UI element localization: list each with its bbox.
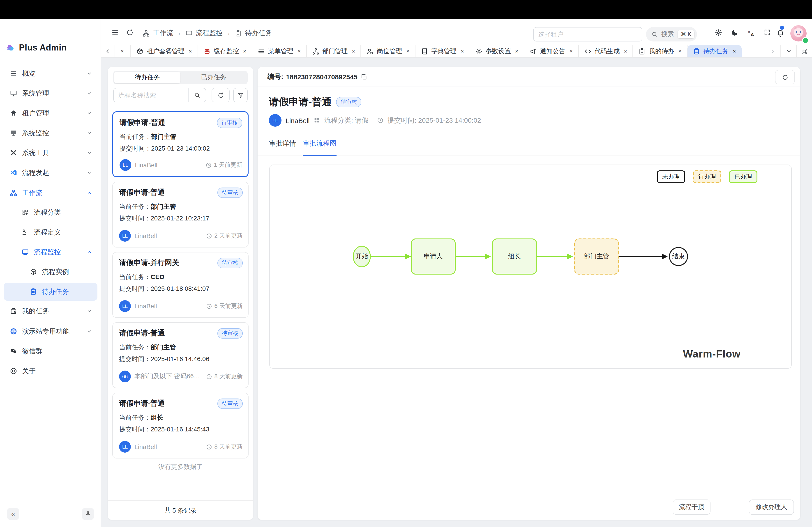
task-card[interactable]: 请假申请-普通 待审核 当前任务：部门主管 提交时间：2025-01-22 10…: [112, 182, 249, 247]
monitor-icon: [21, 249, 29, 256]
refresh-page-button[interactable]: [126, 29, 133, 36]
submit-time: 提交时间: 2025-01-23 14:00:02: [387, 116, 481, 125]
flow-name-search-input[interactable]: [114, 91, 188, 99]
flow-node-dept-manager[interactable]: 部门主管: [574, 239, 619, 274]
sidebar-item-flow-definition[interactable]: 流程定义: [4, 223, 98, 241]
language-button[interactable]: 文A: [747, 29, 755, 37]
app-logo[interactable]: Plus Admin: [6, 43, 67, 53]
fullscreen-button[interactable]: [764, 29, 771, 36]
sidebar-item-todo-tasks[interactable]: 待办任务: [4, 283, 98, 301]
settings-button[interactable]: [714, 29, 722, 36]
flow-diagram-canvas[interactable]: 未办理 待办理 已办理 开始 申请人 组长 部门主管 结束 Warm-Flow: [269, 165, 792, 369]
close-icon[interactable]: ×: [515, 48, 518, 55]
segment-done[interactable]: 已办任务: [180, 72, 247, 84]
breadcrumb-item-flow-monitor[interactable]: 流程监控: [195, 29, 223, 37]
close-icon[interactable]: ×: [569, 48, 573, 55]
sidebar-collapse-button[interactable]: «: [7, 508, 19, 520]
close-icon[interactable]: ×: [733, 48, 736, 55]
sidebar-item-flow-monitor[interactable]: 流程监控: [4, 243, 98, 261]
sidebar-item-flow-category[interactable]: 流程分类: [4, 203, 98, 221]
detail-refresh-button[interactable]: [775, 70, 795, 84]
notifications-button[interactable]: [777, 29, 784, 37]
list-reset-button[interactable]: [212, 88, 230, 102]
sidebar-item-system-tools[interactable]: 系统工具: [4, 144, 98, 162]
status-badge: 待审核: [336, 97, 362, 107]
change-assignee-button[interactable]: 修改办理人: [749, 499, 794, 515]
flow-node-end[interactable]: 结束: [669, 247, 688, 266]
task-card[interactable]: 请假申请-并行网关 待审核 当前任务：CEO 提交时间：2025-01-18 0…: [112, 252, 249, 318]
close-icon[interactable]: ×: [189, 48, 192, 55]
tabs-dropdown-button[interactable]: [780, 45, 796, 57]
breadcrumb-item-workflow[interactable]: 工作流: [153, 29, 173, 37]
search-submit-button[interactable]: [188, 88, 206, 102]
card-footer: LL LinaBell 2 天前更新: [119, 230, 243, 242]
sidebar-item-system-mgmt[interactable]: 系统管理: [4, 84, 98, 102]
sidebar-pin-button[interactable]: [82, 508, 94, 520]
task-card[interactable]: 请假申请-普通 待审核 当前任务：部门主管 提交时间：2025-01-23 14…: [112, 111, 249, 177]
sidebar-item-flow-start[interactable]: 流程发起: [4, 164, 98, 182]
chevron-down-icon: [87, 170, 92, 175]
process-intervene-button[interactable]: 流程干预: [672, 499, 710, 515]
detail-meta-row: LL LinaBell 流程分类: 请假 提交时间: 2025-01-23 14…: [269, 114, 481, 127]
task-card[interactable]: 请假申请-普通 待审核 当前任务：部门主管 提交时间：2025-01-16 14…: [112, 322, 249, 388]
flow-node-group-leader[interactable]: 组长: [492, 239, 537, 274]
flow-node-start[interactable]: 开始: [353, 246, 371, 267]
tab-approval-diagram[interactable]: 审批流程图: [303, 139, 336, 156]
sidebar-item-overview[interactable]: 概览: [4, 64, 98, 82]
tab-dict-mgmt[interactable]: 字典管理×: [416, 45, 470, 57]
close-icon[interactable]: ×: [624, 48, 627, 55]
sidebar-item-flow-instance[interactable]: 流程实例: [4, 263, 98, 281]
pin-icon: [85, 511, 91, 517]
task-card[interactable]: 请假申请-普通 待审核 当前任务：组长 提交时间：2025-01-16 14:4…: [112, 393, 249, 458]
tabs-scroll-right-button[interactable]: [765, 45, 780, 57]
close-icon[interactable]: ×: [120, 48, 124, 55]
close-icon[interactable]: ×: [461, 48, 464, 55]
task-title: 请假申请-普通: [119, 188, 165, 197]
sidebar-item-system-monitor[interactable]: 系统监控: [4, 124, 98, 142]
copy-icon[interactable]: [360, 74, 367, 80]
clipboard-icon: [639, 48, 646, 55]
sidebar-item-my-tasks[interactable]: 我的任务: [4, 302, 98, 320]
tab-notice[interactable]: 通知公告×: [524, 45, 579, 57]
content-fullscreen-button[interactable]: [796, 45, 812, 57]
segment-todo[interactable]: 待办任务: [114, 72, 180, 84]
hamburger-menu-button[interactable]: [112, 29, 119, 36]
list-filter-button[interactable]: [233, 88, 248, 102]
tabs-scroll-left-button[interactable]: [101, 45, 115, 57]
sidebar-item-label: 系统工具: [22, 149, 49, 157]
tab-dept-mgmt[interactable]: 部门管理×: [307, 45, 361, 57]
sidebar-item-tenant-mgmt[interactable]: 租户管理: [4, 104, 98, 122]
sidebar-item-wechat-group[interactable]: 微信群: [4, 342, 98, 360]
tab-code-gen[interactable]: 代码生成×: [579, 45, 633, 57]
avatar: 66: [119, 371, 131, 382]
tab-cache-monitor[interactable]: 缓存监控×: [198, 45, 252, 57]
tab-menu-mgmt[interactable]: 菜单管理×: [252, 45, 306, 57]
tenant-select-input[interactable]: [533, 27, 642, 42]
tab-post-mgmt[interactable]: 岗位管理×: [361, 45, 416, 57]
tab-param-settings[interactable]: 参数设置×: [470, 45, 524, 57]
tab-my-todo[interactable]: 我的待办×: [633, 45, 687, 57]
close-icon[interactable]: ×: [678, 48, 682, 55]
flow-node-applicant[interactable]: 申请人: [411, 239, 455, 274]
sidebar-item-about[interactable]: 关于: [4, 362, 98, 380]
status-badge: 待审核: [217, 328, 243, 338]
current-task-row: 当前任务：CEO: [119, 273, 164, 281]
vscode-icon: [10, 169, 17, 176]
close-icon[interactable]: ×: [352, 48, 355, 55]
tab-label: 参数设置: [485, 47, 511, 55]
chevron-down-icon: [87, 150, 92, 155]
sidebar-item-label: 租户管理: [22, 109, 49, 118]
global-search-button[interactable]: 搜索 ⌘ K: [646, 27, 697, 42]
breadcrumb-item-todo-tasks[interactable]: 待办任务: [245, 29, 272, 37]
close-icon[interactable]: ×: [243, 48, 246, 55]
tab-tenant-package[interactable]: 租户套餐管理×: [131, 45, 198, 57]
sidebar-item-workflow[interactable]: 工作流: [4, 184, 98, 202]
close-icon[interactable]: ×: [406, 48, 410, 55]
tab-clipped[interactable]: ×: [115, 45, 131, 57]
tab-approval-detail[interactable]: 审批详情: [269, 139, 296, 155]
dark-mode-button[interactable]: [731, 29, 738, 36]
sidebar-item-demo-features[interactable]: 演示站专用功能: [4, 322, 98, 340]
updated-time: 6 天前更新: [206, 302, 243, 310]
close-icon[interactable]: ×: [297, 48, 301, 55]
tab-todo-tasks[interactable]: 待办任务×: [687, 45, 741, 57]
